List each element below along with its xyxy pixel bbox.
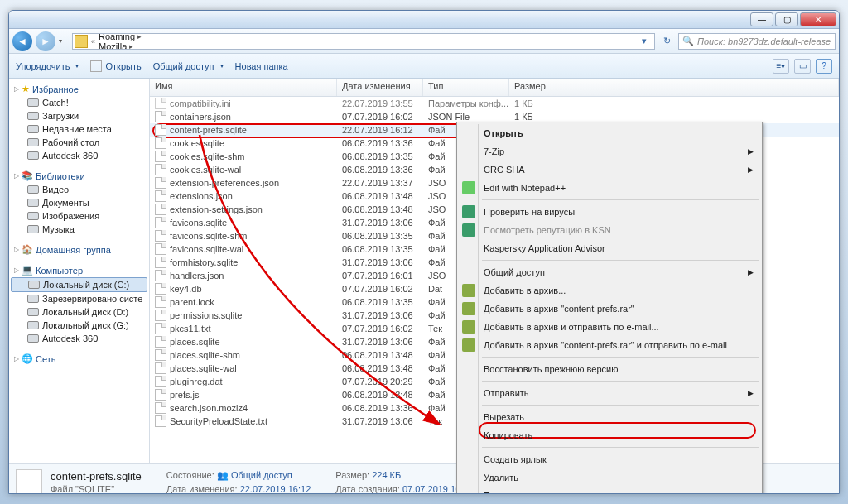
share-button[interactable]: Общий доступ [153, 61, 224, 71]
menu-item-icon [462, 181, 475, 194]
menu-item-label: Добавить в архив "content-prefs.rar" [484, 304, 634, 314]
menu-item-label: Посмотреть репутацию в KSN [484, 225, 611, 235]
submenu-arrow-icon: ▶ [748, 268, 754, 276]
menu-item-label: Отправить [484, 388, 529, 398]
context-menu-separator [482, 357, 759, 358]
context-menu-item[interactable]: 7-Zip▶ [459, 142, 760, 161]
context-menu-item[interactable]: Проверить на вирусы [459, 203, 760, 221]
breadcrumb-segment[interactable]: Mozilla [97, 41, 208, 50]
help-button[interactable]: ? [816, 59, 832, 74]
file-date: 06.08.2019 13:48 [337, 204, 423, 214]
context-menu-item[interactable]: Вырезать [459, 408, 760, 426]
nav-forward-button[interactable]: ► [36, 31, 55, 51]
sidebar-item[interactable]: Локальный диск (D:) [9, 305, 149, 319]
context-menu-item[interactable]: Восстановить прежнюю версию [459, 360, 760, 378]
context-menu-item[interactable]: Переименовать [459, 487, 760, 494]
file-date: 22.07.2019 16:12 [337, 125, 423, 135]
open-button[interactable]: Открыть [90, 60, 141, 72]
file-name: compatibility.ini [170, 98, 231, 108]
context-menu-item[interactable]: Добавить в архив... [459, 281, 760, 300]
menu-item-icon [462, 320, 475, 334]
sidebar-item[interactable]: Видео [9, 183, 149, 196]
sidebar-item[interactable]: Музыка [9, 223, 149, 236]
col-name[interactable]: Имя [150, 79, 337, 96]
search-input[interactable]: 🔍 Поиск: bn9273dz.default-release [678, 33, 836, 50]
organize-button[interactable]: Упорядочить [16, 61, 79, 71]
breadcrumb-segment[interactable]: Roaming [97, 33, 208, 41]
menu-item-icon [462, 338, 475, 352]
context-menu-item[interactable]: Общий доступ▶ [459, 263, 760, 281]
file-icon [155, 177, 166, 189]
context-menu-item[interactable]: Отправить▶ [459, 384, 760, 402]
context-menu-item[interactable]: Открыть [459, 124, 760, 142]
menu-item-label: Удалить [484, 473, 518, 482]
sidebar-homegroup[interactable]: ▷🏠 Домашняя группа [9, 242, 149, 257]
file-name: containers.json [170, 112, 231, 122]
nav-back-button[interactable]: ◄ [12, 31, 32, 51]
file-icon [155, 310, 166, 321]
sidebar-libraries[interactable]: ▷📚 Библиотеки [9, 169, 149, 183]
file-icon [155, 204, 166, 215]
file-icon [155, 362, 166, 374]
sidebar-item[interactable]: Локальный диск (G:) [9, 319, 149, 332]
sidebar-item[interactable]: Autodesk 360 [9, 332, 149, 345]
context-menu-item[interactable]: Edit with Notepad++ [459, 179, 760, 197]
context-menu-separator [482, 260, 759, 261]
sidebar: ▷★ Избранное Catch!ЗагрузкиНедавние мест… [9, 79, 150, 463]
col-size[interactable]: Размер [509, 79, 839, 96]
context-menu-item[interactable]: Копировать [459, 426, 760, 444]
sidebar-computer[interactable]: ▷💻 Компьютер [9, 263, 149, 277]
context-menu-item[interactable]: Добавить в архив и отправить по e-mail..… [459, 318, 760, 336]
context-menu-item[interactable]: Добавить в архив "content-prefs.rar" и о… [459, 336, 760, 354]
file-date: 22.07.2019 13:55 [337, 98, 423, 108]
sidebar-network[interactable]: ▷🌐 Сеть [9, 352, 149, 366]
preview-pane-button[interactable]: ▭ [794, 59, 811, 74]
sidebar-favorites[interactable]: ▷★ Избранное [9, 82, 149, 96]
menu-item-label: Вырезать [484, 412, 524, 422]
file-date: 06.08.2019 13:48 [337, 191, 423, 201]
sidebar-item[interactable]: Рабочий стол [9, 136, 149, 149]
sidebar-item[interactable]: Локальный диск (C:) [11, 277, 147, 292]
close-button[interactable]: ✕ [800, 12, 836, 26]
context-menu-item[interactable]: Посмотреть репутацию в KSN [459, 221, 760, 239]
menu-item-label: Открыть [484, 128, 523, 138]
address-bar[interactable]: « ПользователиИльяAppDataRoamingMozillaF… [72, 33, 655, 50]
menu-item-label: Создать ярлык [484, 454, 547, 464]
drive-icon [27, 151, 39, 160]
file-name: cookies.sqlite-wal [170, 165, 241, 175]
sidebar-item[interactable]: Загрузки [9, 109, 149, 122]
context-menu-item[interactable]: Создать ярлык [459, 450, 760, 468]
context-menu-item[interactable]: Удалить [459, 468, 760, 487]
menu-item-label: Добавить в архив "content-prefs.rar" и о… [484, 340, 727, 350]
sidebar-item[interactable]: Catch! [9, 96, 149, 109]
drive-icon [27, 321, 39, 329]
file-icon [155, 270, 166, 281]
address-dropdown-icon[interactable]: ▾ [636, 36, 653, 46]
sidebar-item[interactable]: Autodesk 360 [9, 149, 149, 162]
new-folder-button[interactable]: Новая папка [235, 61, 288, 71]
nav-history-dropdown[interactable]: ▾ [59, 37, 69, 45]
drive-icon [27, 212, 39, 220]
menu-item-label: Восстановить прежнюю версию [484, 364, 618, 374]
context-menu-item[interactable]: Добавить в архив "content-prefs.rar" [459, 300, 760, 318]
maximize-button[interactable]: ▢ [775, 12, 798, 26]
context-menu-item[interactable]: Kaspersky Application Advisor [459, 239, 760, 257]
sidebar-item[interactable]: Зарезервировано систе [9, 292, 149, 305]
sidebar-item[interactable]: Недавние места [9, 122, 149, 136]
minimize-button[interactable]: — [750, 12, 773, 26]
file-icon [90, 60, 102, 72]
file-date: 07.07.2019 16:02 [337, 284, 423, 294]
refresh-button[interactable]: ↻ [658, 36, 675, 46]
file-icon [155, 296, 166, 308]
file-row[interactable]: compatibility.ini22.07.2019 13:55Парамет… [150, 97, 839, 110]
col-date[interactable]: Дата изменения [337, 79, 423, 96]
sidebar-item[interactable]: Документы [9, 196, 149, 209]
view-options-button[interactable]: ≡▾ [773, 59, 789, 74]
submenu-arrow-icon: ▶ [748, 166, 754, 174]
menu-item-label: Общий доступ [484, 267, 545, 277]
file-name: favicons.sqlite [170, 218, 227, 228]
context-menu-item[interactable]: CRC SHA▶ [459, 161, 760, 179]
sidebar-item[interactable]: Изображения [9, 209, 149, 223]
col-type[interactable]: Тип [423, 79, 509, 96]
file-name: favicons.sqlite-wal [170, 244, 243, 254]
